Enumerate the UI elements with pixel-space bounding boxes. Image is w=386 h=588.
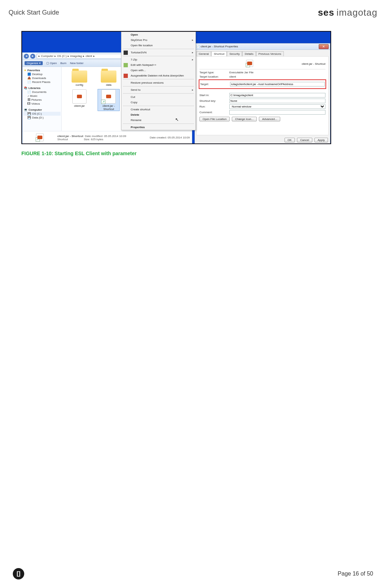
nav-fwd-icon[interactable]: ►	[30, 54, 35, 59]
comment-input[interactable]	[229, 110, 325, 115]
apply-button[interactable]: Apply	[314, 138, 328, 142]
menu-item[interactable]: Ausgewählte Dateien mit Avira überprüfen	[121, 73, 195, 78]
menu-item[interactable]: Restore previous versions	[121, 80, 195, 85]
file-label: config	[69, 83, 90, 86]
context-menu[interactable]: OpenSkyDrive Pro▸Open file locationTorto…	[121, 32, 196, 130]
sidebar-group-label: Libraries	[28, 86, 41, 90]
burn-button[interactable]: Burn	[61, 62, 67, 65]
figure-screenshot: ◄ ► ▸ Computer▸ OS (C:)▸ imagotag▸ clien…	[21, 31, 331, 144]
menu-item[interactable]: Cut	[121, 94, 195, 100]
menu-item[interactable]: Properties	[121, 125, 195, 130]
tab-prev-versions[interactable]: Previous Versions	[256, 51, 284, 56]
sidebar-group-label: Favorites	[27, 69, 40, 72]
menu-item[interactable]: Open	[121, 32, 195, 37]
menu-item[interactable]: SkyDrive Pro▸	[121, 37, 195, 43]
sidebar-item-datad[interactable]: 💾 Data (D:)	[23, 116, 61, 120]
menu-item[interactable]: 7-Zip▸	[121, 57, 195, 62]
field-label: Target type:	[199, 71, 227, 74]
dialog-titlebar[interactable]: 📄 client.jar - Shortcut Properties ✕	[195, 43, 330, 50]
field-label: Comment:	[199, 111, 227, 114]
newfolder-button[interactable]: New folder	[70, 62, 83, 65]
folder-icon	[101, 70, 116, 83]
sidebar-item-downloads[interactable]: 📥 Downloads	[23, 76, 61, 80]
menu-item[interactable]: Open file location	[121, 43, 195, 48]
field-value: Executable Jar File	[229, 71, 254, 74]
doc-title: Quick Start Guide	[9, 9, 59, 16]
sidebar-group-label: Computer	[28, 108, 42, 111]
menu-item[interactable]: Send to▸	[121, 87, 195, 93]
tab-shortcut[interactable]: Shortcut	[211, 51, 227, 56]
page-content: ◄ ► ▸ Computer▸ OS (C:)▸ imagotag▸ clien…	[0, 20, 386, 167]
folder-data[interactable]: data	[98, 70, 119, 86]
nav-back-icon[interactable]: ◄	[24, 54, 29, 59]
status-name: client.jar - Shortcut	[57, 135, 83, 138]
properties-dialog: 📄 client.jar - Shortcut Properties ✕ Gen…	[194, 43, 330, 144]
tab-security[interactable]: Security	[227, 51, 242, 56]
file-label: client.jar	[69, 104, 90, 107]
menu-item[interactable]: Create shortcut	[121, 107, 195, 112]
star-icon: ★	[24, 69, 26, 72]
openfilelocation-button[interactable]: Open File Location	[199, 117, 230, 121]
dialog-tabs: General Shortcut Security Details Previo…	[195, 50, 330, 56]
field-label: Start in:	[199, 94, 227, 97]
field-label: Run:	[199, 105, 227, 108]
sidebar-item-pictures[interactable]: 🖼 Pictures	[23, 98, 61, 102]
jar-icon: ↗	[101, 89, 116, 104]
organize-button[interactable]: Organize ▾	[25, 61, 43, 65]
explorer-sidebar: ★Favorites 🟦 Desktop 📥 Downloads 📄 Recen…	[22, 67, 62, 131]
sidebar-item-recent[interactable]: 📄 Recent Places	[23, 80, 61, 84]
menu-item[interactable]: Delete	[121, 112, 195, 117]
file-label: data	[98, 83, 119, 86]
shortcut-name: client.jar - Shortcut	[302, 62, 325, 65]
jar-icon	[72, 89, 87, 104]
ok-button[interactable]: OK	[285, 138, 295, 142]
startin-input[interactable]	[229, 93, 325, 98]
dialog-title: client.jar - Shortcut Properties	[200, 45, 238, 48]
field-value: client	[229, 75, 236, 78]
sidebar-item-desktop[interactable]: 🟦 Desktop	[23, 72, 61, 76]
menu-item[interactable]: Copy	[121, 100, 195, 105]
page-number: Page 16 of 50	[338, 571, 373, 577]
sidebar-item-osc[interactable]: 💾 OS (C:)	[23, 112, 61, 116]
menu-item[interactable]: Open with...	[121, 68, 195, 73]
shortcut-arrow-icon: ↗	[246, 63, 250, 67]
crumb[interactable]: imagotag	[70, 54, 82, 58]
sidebar-item-videos[interactable]: 🎞 Videos	[23, 102, 61, 106]
menu-item[interactable]: Rename	[121, 117, 195, 123]
status-type: Shortcut	[57, 138, 68, 141]
shortcut-arrow-icon: ↗	[101, 100, 105, 104]
crumb[interactable]: client	[85, 54, 92, 58]
crumb[interactable]: OS (C:)	[57, 54, 67, 58]
tab-details[interactable]: Details	[242, 51, 256, 56]
sidebar-item-documents[interactable]: 📄 Documents	[23, 90, 61, 94]
field-label: Shortcut key:	[199, 99, 227, 103]
menu-item[interactable]: Edit with Notepad++	[121, 62, 195, 68]
dialog-body: ↗client.jar - Shortcut Target type:Execu…	[196, 56, 329, 135]
field-label: Target location:	[199, 75, 227, 78]
page-header: Quick Start Guide ses imagotag	[0, 0, 386, 20]
tab-general[interactable]: General	[196, 51, 211, 56]
brand-logo: ses imagotag	[318, 7, 377, 18]
folder-config[interactable]: config	[69, 70, 90, 86]
cancel-button[interactable]: Cancel	[297, 138, 312, 142]
folder-icon	[72, 70, 87, 83]
advanced-button[interactable]: Advanced...	[259, 117, 280, 121]
menu-item[interactable]: TortoiseSVN▸	[121, 50, 195, 55]
file-clientjar-shortcut[interactable]: ↗ client.jar - Shortcut	[98, 89, 119, 111]
open-button[interactable]: ▢ Open	[46, 62, 57, 65]
close-button[interactable]: ✕	[319, 44, 329, 49]
sidebar-item-music[interactable]: ♪ Music	[23, 94, 61, 98]
changeicon-button[interactable]: Change Icon...	[232, 117, 257, 121]
shortcutkey-input[interactable]	[229, 99, 325, 103]
crumb[interactable]: Computer	[41, 54, 53, 58]
cursor-icon: ↖	[175, 117, 179, 122]
footer-badge-icon: []	[13, 568, 24, 579]
explorer-statusbar: ↗ client.jar - Shortcut Date modified: 0…	[22, 131, 192, 144]
logo-ses: ses	[318, 7, 334, 18]
target-input[interactable]	[230, 82, 325, 86]
run-select[interactable]: Normal window	[229, 104, 325, 109]
jar-icon: ↗	[36, 133, 44, 141]
figure-caption: FIGURE 1-10: Starting ESL Client with pa…	[21, 151, 365, 156]
jar-icon: ↗	[246, 60, 253, 67]
file-clientjar[interactable]: client.jar	[69, 89, 90, 107]
